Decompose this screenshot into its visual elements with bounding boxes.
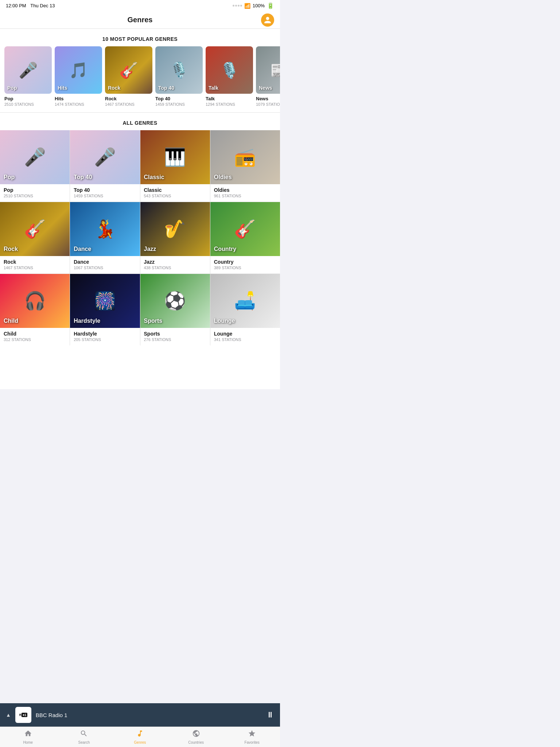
genre-card-stations-pop2: 2510 STATIONS [4,194,66,198]
popular-genre-stations-rock: 1467 STATIONS [105,102,152,107]
genre-card-stations-top402: 1459 STATIONS [74,194,136,198]
genre-card-top402[interactable]: 🎤 Top 40 Top 40 1459 STATIONS [70,130,140,202]
popular-genre-pop[interactable]: 🎤 Pop Pop 2510 STATIONS [4,46,52,107]
genre-card-name-sports: Sports [144,331,206,337]
popular-overlay-label-rock: Rock [108,85,120,91]
genre-card-thumb-top402: 🎤 Top 40 [70,130,140,184]
genre-card-stations-child: 312 STATIONS [4,337,66,342]
profile-button[interactable] [261,13,274,27]
page-title: Genres [128,16,153,24]
popular-genre-name-pop: Pop [4,96,52,101]
signal-icon [233,5,242,7]
genre-card-classic[interactable]: 🎹 Classic Classic 543 STATIONS [140,130,210,202]
popular-overlay-label-talk: Talk [209,85,218,91]
status-time-date: 12:00 PM Thu Dec 13 [6,3,55,8]
genre-card-stations-sports: 276 STATIONS [144,337,206,342]
popular-overlay-label-news: News [259,85,272,91]
battery-icon: 🔋 [267,2,274,9]
popular-thumb-news: 📰 News [256,46,280,94]
popular-overlay-label-top40: Top 40 [158,85,174,91]
genre-card-stations-oldies: 961 STATIONS [214,194,276,198]
genre-card-sports[interactable]: ⚽ Sports Sports 276 STATIONS [140,274,210,345]
genre-card-thumb-hardstyle: 🎆 Hardstyle [70,274,140,328]
genre-card-thumb-sports: ⚽ Sports [140,274,210,328]
genre-card-thumb-jazz: 🎷 Jazz [140,202,210,256]
genre-card-label-lounge: Lounge [214,318,235,324]
popular-genre-talk[interactable]: 🎙️ Talk Talk 1294 STATIONS [206,46,253,107]
genre-card-name-lounge: Lounge [214,331,276,337]
genre-card-name-oldies: Oldies [214,187,276,193]
genre-card-rock2[interactable]: 🎸 Rock Rock 1467 STATIONS [0,202,70,274]
genre-card-stations-hardstyle: 205 STATIONS [74,337,136,342]
popular-genre-name-talk: Talk [206,96,253,101]
genre-card-thumb-lounge: 🛋️ Lounge [210,274,280,328]
genre-card-country[interactable]: 🎸 Country Country 389 STATIONS [210,202,280,274]
popular-genre-name-top40: Top 40 [155,96,203,101]
genre-card-thumb-country: 🎸 Country [210,202,280,256]
popular-genre-name-news: News [256,96,280,101]
popular-genre-top40[interactable]: 🎙️ Top 40 Top 40 1459 STATIONS [155,46,203,107]
genre-card-thumb-pop2: 🎤 Pop [0,130,70,184]
genre-card-thumb-classic: 🎹 Classic [140,130,210,184]
popular-genre-stations-hits: 1474 STATIONS [55,102,102,107]
genre-card-oldies[interactable]: 📻 Oldies Oldies 961 STATIONS [210,130,280,202]
genre-card-stations-dance2: 1067 STATIONS [74,266,136,270]
genre-card-label-country: Country [214,246,236,252]
genre-card-name-pop2: Pop [4,187,66,193]
genre-card-child[interactable]: 🎧 Child Child 312 STATIONS [0,274,70,345]
genre-card-label-child: Child [4,318,18,324]
popular-genre-stations-pop: 2510 STATIONS [4,102,52,107]
popular-genres-scroll[interactable]: 🎤 Pop Pop 2510 STATIONS 🎵 Hits Hits 1474… [0,46,280,112]
genre-card-jazz[interactable]: 🎷 Jazz Jazz 438 STATIONS [140,202,210,274]
genre-card-thumb-child: 🎧 Child [0,274,70,328]
genre-card-stations-lounge: 341 STATIONS [214,337,276,342]
popular-genre-name-hits: Hits [55,96,102,101]
genre-card-name-hardstyle: Hardstyle [74,331,136,337]
app-header: Genres [0,11,280,29]
genre-card-dance2[interactable]: 💃 Dance Dance 1067 STATIONS [70,202,140,274]
genre-card-label-jazz: Jazz [144,246,156,252]
popular-thumb-hits: 🎵 Hits [55,46,102,94]
status-time: 12:00 PM [6,3,26,8]
status-right: 📶 100% 🔋 [233,2,274,9]
genre-card-label-oldies: Oldies [214,174,232,181]
genre-card-stations-country: 389 STATIONS [214,266,276,270]
genre-card-label-dance2: Dance [74,246,91,252]
genre-card-stations-classic: 543 STATIONS [144,194,206,198]
all-genres-grid: 🎤 Pop Pop 2510 STATIONS 🎤 Top 40 Top 40 … [0,130,280,345]
genre-card-stations-jazz: 438 STATIONS [144,266,206,270]
wifi-icon: 📶 [244,3,250,9]
popular-thumb-talk: 🎙️ Talk [206,46,253,94]
genre-card-pop2[interactable]: 🎤 Pop Pop 2510 STATIONS [0,130,70,202]
status-date: Thu Dec 13 [30,3,55,8]
genre-card-name-child: Child [4,331,66,337]
popular-genre-hits[interactable]: 🎵 Hits Hits 1474 STATIONS [55,46,102,107]
all-genres-section-title: ALL GENRES [0,113,280,130]
popular-genre-stations-top40: 1459 STATIONS [155,102,203,107]
popular-genre-rock[interactable]: 🎸 Rock Rock 1467 STATIONS [105,46,152,107]
popular-overlay-label-pop: Pop [7,85,17,91]
popular-thumb-top40: 🎙️ Top 40 [155,46,203,94]
genre-card-thumb-dance2: 💃 Dance [70,202,140,256]
main-content: 10 MOST POPULAR GENRES 🎤 Pop Pop 2510 ST… [0,29,280,389]
popular-genre-stations-news: 1079 STATIONS [256,102,280,107]
genre-card-label-classic: Classic [144,174,164,181]
genre-card-stations-rock2: 1467 STATIONS [4,266,66,270]
popular-thumb-pop: 🎤 Pop [4,46,52,94]
genre-card-hardstyle[interactable]: 🎆 Hardstyle Hardstyle 205 STATIONS [70,274,140,345]
genre-card-name-rock2: Rock [4,259,66,265]
popular-thumb-rock: 🎸 Rock [105,46,152,94]
genre-card-label-rock2: Rock [4,246,18,252]
genre-card-label-hardstyle: Hardstyle [74,318,100,324]
genre-card-name-top402: Top 40 [74,187,136,193]
genre-card-name-dance2: Dance [74,259,136,265]
popular-genre-news[interactable]: 📰 News News 1079 STATIONS [256,46,280,107]
genre-card-label-sports: Sports [144,318,163,324]
genre-card-lounge[interactable]: 🛋️ Lounge Lounge 341 STATIONS [210,274,280,345]
genre-card-label-pop2: Pop [4,174,15,181]
genre-card-thumb-rock2: 🎸 Rock [0,202,70,256]
genre-card-name-classic: Classic [144,187,206,193]
popular-overlay-label-hits: Hits [58,85,67,91]
status-bar: 12:00 PM Thu Dec 13 📶 100% 🔋 [0,0,280,11]
battery-indicator: 100% [253,3,265,8]
